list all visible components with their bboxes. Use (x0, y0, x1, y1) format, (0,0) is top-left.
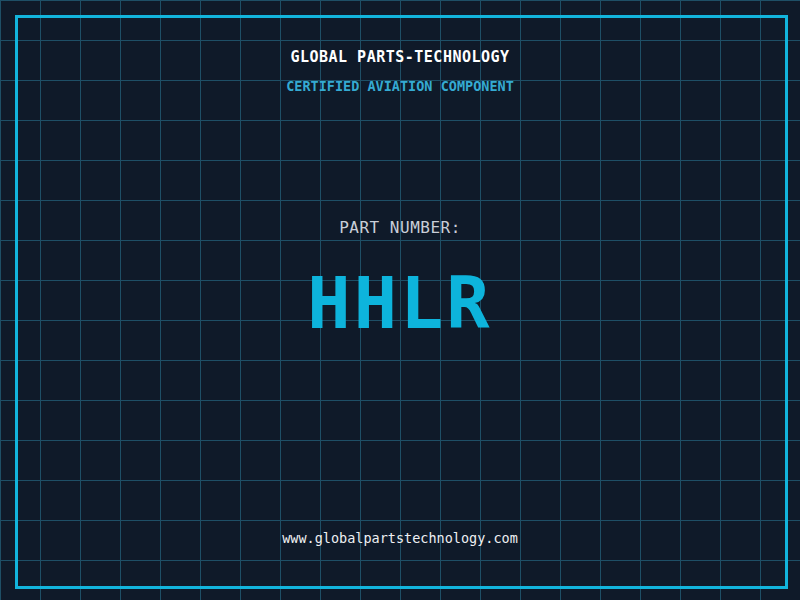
part-number-label: PART NUMBER: (0, 218, 800, 237)
brand-subtitle: CERTIFIED AVIATION COMPONENT (0, 78, 800, 94)
brand-title: GLOBAL PARTS-TECHNOLOGY (0, 48, 800, 66)
website-url: www.globalpartstechnology.com (0, 530, 800, 546)
part-number-value: HHLR (0, 267, 800, 339)
placard-screen: GLOBAL PARTS-TECHNOLOGY CERTIFIED AVIATI… (0, 0, 800, 600)
